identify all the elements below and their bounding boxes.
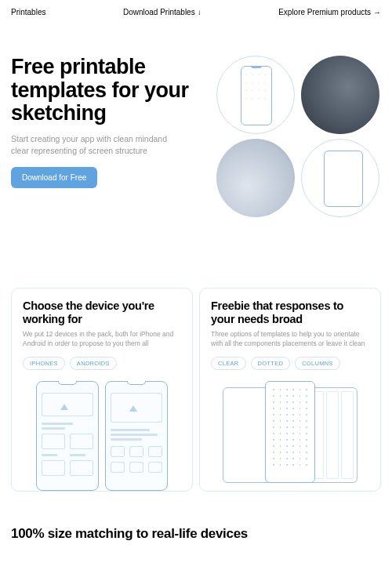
hero-circle-desk-sketching (216, 139, 295, 217)
card-visual (211, 381, 369, 483)
card-title: Freebie that responses to your needs bro… (211, 299, 369, 325)
section3-title: 100% size matching to real-life devices (11, 526, 381, 542)
download-nav-label: Download Printables (123, 8, 195, 16)
arrow-right-icon: → (373, 8, 381, 16)
hero-text: Free printable templates for your sketch… (11, 56, 210, 217)
card-tags: IPHONES ANDROIDS (23, 357, 181, 370)
card-choose-device: Choose the device you're working for We … (11, 288, 193, 492)
hero-subtitle: Start creating your app with clean minda… (11, 133, 168, 156)
brand-link[interactable]: Printables (11, 8, 45, 16)
top-nav: Printables Download Printables ↓ Explore… (0, 0, 392, 24)
card-title: Choose the device you're working for (23, 299, 181, 325)
sheet-dotted (265, 381, 315, 483)
columns-grid-icon (311, 391, 354, 479)
tablet-wireframe-icon (324, 151, 363, 207)
phone-wireframe-icon (241, 66, 272, 125)
card-visual (23, 381, 181, 491)
tag-clear: CLEAR (211, 357, 246, 370)
tag-iphones: IPHONES (23, 357, 65, 370)
dots-grid-icon (270, 387, 310, 477)
phone-mockup-right (105, 381, 168, 491)
size-matching-section: 100% size matching to real-life devices (0, 499, 392, 542)
arrow-down-icon: ↓ (198, 8, 201, 16)
hero-images (216, 56, 381, 217)
features-row: Choose the device you're working for We … (0, 225, 392, 499)
tag-androids: ANDROIDS (70, 357, 117, 370)
premium-nav-link[interactable]: Explore Premium products → (278, 8, 381, 16)
card-subtitle: Three options of templates to help you t… (211, 330, 369, 349)
download-free-button[interactable]: Download for Free (11, 167, 97, 188)
hero-circle-phone (216, 56, 295, 134)
tag-columns: COLUMNS (295, 357, 340, 370)
brand-label: Printables (11, 8, 45, 16)
phone-mockup-left (36, 381, 99, 491)
card-freebie: Freebie that responses to your needs bro… (199, 288, 381, 492)
card-subtitle: We put 12 devices in the pack, both for … (23, 330, 181, 349)
hero-section: Free printable templates for your sketch… (0, 24, 392, 225)
hero-circle-tablet (301, 139, 379, 217)
premium-nav-label: Explore Premium products (278, 8, 371, 16)
hero-title: Free printable templates for your sketch… (11, 56, 210, 125)
hero-circle-hand-sketching (301, 56, 379, 134)
tag-dotted: DOTTED (251, 357, 291, 370)
download-nav-link[interactable]: Download Printables ↓ (123, 8, 201, 16)
card-tags: CLEAR DOTTED COLUMNS (211, 357, 369, 370)
